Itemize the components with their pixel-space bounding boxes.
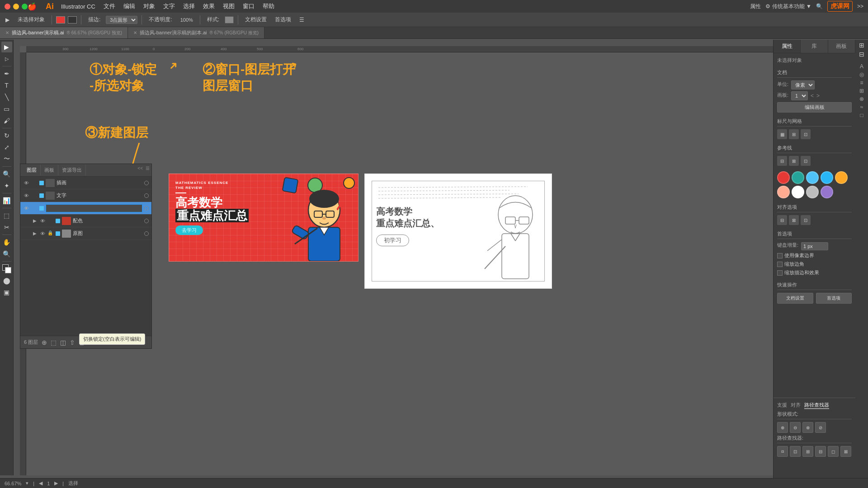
shape-exclude[interactable]: ⊘ bbox=[815, 422, 826, 433]
snap-corner-cb[interactable] bbox=[777, 262, 783, 267]
toolbar-more[interactable]: ☰ bbox=[297, 16, 307, 24]
minimize-button[interactable] bbox=[13, 4, 19, 9]
menu-view[interactable]: 视图 bbox=[219, 1, 238, 11]
align-left-icon[interactable]: ⊟ bbox=[777, 215, 787, 225]
tab-2[interactable]: ✕ 插边风-banner演示稿的副本.ai ® 67% (RGB/GPU 推览) bbox=[128, 27, 264, 38]
artboard-left[interactable]: < bbox=[811, 93, 814, 99]
layer-item-5[interactable]: ▶ 👁 🔒 原图 bbox=[20, 227, 151, 240]
layer-target-2[interactable] bbox=[144, 193, 149, 198]
layer-target-1[interactable] bbox=[144, 181, 149, 185]
selection-tool-btn[interactable]: ▶ bbox=[1, 42, 12, 52]
make-mask-icon[interactable]: ⬚ bbox=[51, 339, 57, 346]
paintbrush-tool-btn[interactable]: 🖌 bbox=[1, 115, 12, 126]
layer-lock-1[interactable] bbox=[31, 180, 38, 186]
banner-btn[interactable]: 去学习 bbox=[175, 225, 203, 235]
stroke-type-select[interactable]: 3点圆形 bbox=[106, 16, 137, 24]
pf-divide[interactable]: ⧈ bbox=[777, 446, 788, 457]
pen-tool-btn[interactable]: ✒ bbox=[1, 68, 12, 79]
qa-preferences[interactable]: 首选项 bbox=[816, 293, 852, 304]
panel-menu[interactable]: ☰ bbox=[146, 166, 150, 171]
new-layer-icon[interactable]: ⊕ bbox=[42, 339, 47, 346]
layer-item-4[interactable]: ▶ 👁 配色 bbox=[20, 215, 151, 227]
panel-tab-library[interactable]: 库 bbox=[801, 40, 828, 53]
layer-visibility-1[interactable]: 👁 bbox=[23, 180, 29, 186]
edit-artboard-btn[interactable]: 编辑画板 bbox=[777, 102, 852, 113]
panel-collapse[interactable]: << bbox=[137, 166, 143, 171]
pf-trim[interactable]: ⊡ bbox=[790, 446, 801, 457]
rotate-tool-btn[interactable]: ↻ bbox=[1, 130, 12, 141]
tab-close-1[interactable]: ✕ bbox=[5, 30, 9, 35]
layer-visibility-4[interactable]: 👁 bbox=[39, 218, 46, 224]
shape-tool-btn[interactable]: ▭ bbox=[1, 103, 12, 114]
ruler-icon-1[interactable]: ▦ bbox=[777, 129, 787, 139]
blend-tool-btn[interactable]: ✦ bbox=[1, 180, 12, 191]
layer-visibility-5[interactable]: 👁 bbox=[39, 230, 46, 237]
doc-settings-btn[interactable]: 文档设置 bbox=[242, 15, 269, 24]
swatch-white[interactable] bbox=[792, 186, 804, 198]
swatch-red[interactable] bbox=[777, 171, 790, 184]
swatch-gray[interactable] bbox=[806, 186, 819, 198]
shape-unite[interactable]: ⊕ bbox=[777, 422, 788, 433]
scale-tool-btn[interactable]: ⤢ bbox=[1, 142, 12, 153]
hand-tool-btn[interactable]: ✋ bbox=[1, 237, 12, 248]
appearance-icon[interactable]: ◎ bbox=[859, 71, 864, 78]
qa-doc-settings[interactable]: 文档设置 bbox=[777, 293, 813, 304]
screen-mode-btn[interactable]: ▣ bbox=[1, 287, 12, 298]
artboard-banner[interactable]: MATHEMATICS ESSENCE THE REVIEW 高考数学 重点难点… bbox=[169, 174, 359, 262]
menu-window[interactable]: 窗口 bbox=[239, 1, 258, 11]
menu-type[interactable]: 文字 bbox=[160, 1, 179, 11]
search-icon[interactable]: 🔍 bbox=[816, 3, 823, 9]
style-swatch[interactable] bbox=[225, 16, 234, 23]
layers-tab-export[interactable]: 资源导出 bbox=[58, 165, 86, 175]
menu-effect[interactable]: 效果 bbox=[199, 1, 218, 11]
transform-icon[interactable]: A bbox=[860, 63, 863, 70]
new-sublayer-icon[interactable]: ◫ bbox=[60, 339, 66, 346]
close-button[interactable] bbox=[5, 4, 10, 9]
tab-close-2[interactable]: ✕ bbox=[133, 30, 137, 35]
path-pathfinder-tab[interactable]: 路径查找器 bbox=[804, 402, 829, 409]
layer-name-input[interactable] bbox=[46, 204, 142, 212]
menu-select[interactable]: 选择 bbox=[179, 1, 198, 11]
maximize-button[interactable] bbox=[22, 4, 28, 9]
move-selection-icon[interactable]: ⇧ bbox=[70, 339, 75, 346]
layer-lock-4[interactable] bbox=[47, 218, 54, 224]
shape-minus[interactable]: ⊖ bbox=[790, 422, 801, 433]
panel-tab-artboards[interactable]: 画板 bbox=[828, 40, 855, 53]
artboard-right[interactable]: > bbox=[816, 93, 820, 99]
ruler-icon-3[interactable]: ⊡ bbox=[801, 129, 811, 139]
layer-visibility-2[interactable]: 👁 bbox=[23, 192, 29, 199]
artboard-select[interactable]: 1 bbox=[791, 91, 808, 100]
drawing-mode-btn[interactable]: ⬤ bbox=[1, 275, 12, 286]
eyedropper-tool-btn[interactable]: 🔍 bbox=[1, 169, 12, 179]
panel-toggle[interactable]: >> bbox=[857, 3, 863, 9]
swatch-purple[interactable] bbox=[821, 186, 833, 198]
swatch-blue[interactable] bbox=[806, 171, 819, 184]
tab-1[interactable]: ✕ 插边风-banner演示稿.ai ® 66.67% (RGB/GPU 预览) bbox=[0, 27, 128, 38]
swatch-teal[interactable] bbox=[792, 171, 804, 184]
guide-icon-2[interactable]: ⊠ bbox=[789, 156, 799, 166]
pf-crop[interactable]: ⊟ bbox=[815, 446, 826, 457]
layer-lock-2[interactable] bbox=[31, 192, 38, 199]
path-align-tab[interactable]: 对齐 bbox=[791, 402, 801, 409]
status-artboard-next[interactable]: ▶ bbox=[54, 480, 58, 486]
layer-lock-3[interactable] bbox=[31, 205, 38, 211]
path-transform-tab[interactable]: 支援 bbox=[777, 402, 787, 409]
properties-icon[interactable]: ⊞ bbox=[859, 42, 864, 49]
fill-color[interactable] bbox=[56, 16, 65, 23]
layers-tab-layers[interactable]: 图层 bbox=[23, 165, 41, 175]
guide-icon-3[interactable]: ⊡ bbox=[801, 156, 811, 166]
line-tool-btn[interactable]: ╲ bbox=[1, 92, 12, 103]
align-right-icon[interactable]: ⊡ bbox=[801, 215, 811, 225]
layer-visibility-3[interactable]: 👁 bbox=[23, 205, 29, 211]
pf-minus-back[interactable]: ⊠ bbox=[840, 446, 851, 457]
layer-target-5[interactable] bbox=[144, 231, 149, 236]
gradient-icon[interactable]: □ bbox=[860, 112, 863, 118]
status-artboard-prev[interactable]: ◀ bbox=[39, 480, 42, 486]
swatch-orange[interactable] bbox=[835, 171, 848, 184]
selection-tool[interactable]: ▶ bbox=[3, 16, 12, 24]
layer-target-4[interactable] bbox=[144, 219, 149, 223]
layer-target-3[interactable] bbox=[144, 206, 149, 211]
stroke-icon[interactable]: ≈ bbox=[860, 104, 863, 110]
library-icon[interactable]: ⊟ bbox=[859, 51, 864, 58]
layer-item-2[interactable]: 👁 文字 bbox=[20, 189, 151, 202]
